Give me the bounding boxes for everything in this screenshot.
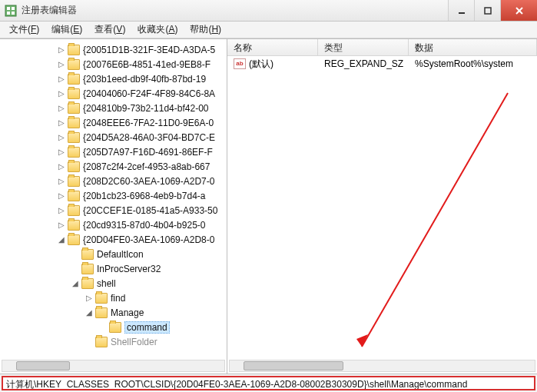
app-icon — [5, 5, 17, 17]
window-buttons — [448, 0, 537, 21]
tree-node-label: {20CCEF1E-0185-41a5-A933-50 — [83, 205, 217, 216]
tree-node-label: DefaultIcon — [97, 249, 144, 260]
svg-line-9 — [362, 93, 508, 347]
svg-rect-1 — [7, 7, 10, 10]
folder-icon — [68, 132, 80, 143]
folder-icon — [81, 278, 94, 289]
chevron-right-icon[interactable]: ▷ — [57, 45, 66, 54]
chevron-right-icon[interactable]: ▷ — [57, 162, 66, 171]
column-name[interactable]: 名称 — [227, 39, 318, 55]
tree-node-label: {20b1cb23-6968-4eb9-b7d4-a — [83, 191, 205, 201]
column-type[interactable]: 类型 — [318, 39, 409, 55]
tree-node[interactable]: ▷{204D5A28-46A0-3F04-BD7C-E — [0, 130, 227, 145]
tree-node-label: {20051D1B-321F-3E4D-A3DA-5 — [83, 45, 215, 55]
chevron-down-icon[interactable]: ◢ — [57, 235, 66, 244]
tree-node-label: {2087c2f4-2cef-4953-a8ab-667 — [83, 161, 210, 172]
tree-node[interactable]: ▷{20076E6B-4851-41ed-9EB8-F — [0, 57, 227, 71]
chevron-down-icon[interactable]: ◢ — [71, 279, 80, 287]
folder-icon — [68, 220, 80, 231]
statusbar: 计算机\HKEY_CLASSES_ROOT\CLSID\{20D04FE0-3A… — [0, 374, 537, 392]
chevron-down-icon[interactable]: ◢ — [85, 308, 94, 317]
chevron-right-icon[interactable]: ▷ — [57, 118, 66, 127]
tree-node-label: {205D7A97-F16D-4691-86EF-F — [83, 147, 213, 158]
folder-icon — [68, 176, 80, 187]
path-box[interactable]: 计算机\HKEY_CLASSES_ROOT\CLSID\{20D04FE0-3A… — [2, 376, 535, 390]
menu-file[interactable]: 文件(F) — [3, 22, 45, 38]
tree-node[interactable]: ▷{205D7A97-F16D-4691-86EF-F — [0, 145, 227, 159]
value-data: %SystemRoot%\system — [409, 58, 537, 69]
titlebar: 注册表编辑器 — [0, 0, 537, 22]
tree-node[interactable]: ▷{2048EEE6-7FA2-11D0-9E6A-0 — [0, 115, 227, 130]
tree-node[interactable]: ▷ShellFolder — [0, 334, 227, 349]
tree-node[interactable]: ▷{204810b9-73b2-11d4-bf42-00 — [0, 101, 227, 115]
maximize-button[interactable] — [474, 0, 500, 21]
svg-rect-2 — [12, 7, 15, 10]
content-area: ▷{20051D1B-321F-3E4D-A3DA-5▷{20076E6B-48… — [0, 38, 537, 374]
tree-node[interactable]: ▷{20404060-F24F-4F89-84C6-8A — [0, 86, 227, 101]
tree-node[interactable]: ▷{20b1cb23-6968-4eb9-b7d4-a — [0, 188, 227, 203]
menu-favorites[interactable]: 收藏夹(A) — [131, 22, 184, 38]
chevron-right-icon[interactable]: ▷ — [57, 104, 66, 112]
registry-tree[interactable]: ▷{20051D1B-321F-3E4D-A3DA-5▷{20076E6B-48… — [0, 39, 227, 349]
folder-icon — [109, 322, 121, 333]
window-title: 注册表编辑器 — [22, 4, 448, 17]
folder-icon — [95, 293, 108, 304]
list-hscrollbar[interactable] — [229, 360, 535, 372]
tree-node[interactable]: ▷{20051D1B-321F-3E4D-A3DA-5 — [0, 42, 227, 57]
chevron-right-icon[interactable]: ▷ — [57, 221, 66, 229]
svg-rect-3 — [7, 12, 10, 15]
tree-node-label: command — [124, 321, 170, 334]
svg-marker-10 — [356, 334, 368, 347]
folder-icon — [68, 88, 80, 99]
list-header: 名称 类型 数据 — [227, 39, 537, 56]
folder-icon — [68, 103, 80, 114]
tree-node[interactable]: ▷{2087c2f4-2cef-4953-a8ab-667 — [0, 159, 227, 174]
value-name: (默认) — [249, 58, 273, 71]
tree-node[interactable]: ▷find — [0, 291, 227, 305]
chevron-right-icon[interactable]: ▷ — [57, 177, 66, 185]
chevron-right-icon[interactable]: ▷ — [57, 148, 66, 156]
tree-node[interactable]: ◢{20D04FE0-3AEA-1069-A2D8-0 — [0, 232, 227, 247]
tree-node-label: find — [111, 293, 125, 304]
column-data[interactable]: 数据 — [409, 39, 537, 55]
tree-node[interactable]: ◢Manage — [0, 305, 227, 320]
tree-node-label: {20076E6B-4851-41ed-9EB8-F — [83, 59, 210, 70]
tree-hscrollbar[interactable] — [2, 360, 225, 372]
tree-node[interactable]: ▷{20CCEF1E-0185-41a5-A933-50 — [0, 203, 227, 218]
folder-icon — [68, 191, 80, 201]
tree-node[interactable]: ▷{203b1eed-db9f-40fb-87bd-19 — [0, 71, 227, 86]
tree-node[interactable]: ▷{208D2C60-3AEA-1069-A2D7-0 — [0, 174, 227, 188]
tree-node[interactable]: ◢shell — [0, 276, 227, 291]
svg-rect-6 — [485, 8, 491, 14]
menubar: 文件(F) 编辑(E) 查看(V) 收藏夹(A) 帮助(H) — [0, 22, 537, 38]
folder-icon — [68, 74, 80, 85]
chevron-right-icon[interactable]: ▷ — [57, 191, 66, 200]
tree-node[interactable]: ▷command — [0, 320, 227, 334]
minimize-button[interactable] — [448, 0, 474, 21]
chevron-right-icon[interactable]: ▷ — [57, 133, 66, 141]
tree-node-label: {20cd9315-87d0-4b04-b925-0 — [83, 220, 205, 231]
tree-node[interactable]: ▷DefaultIcon — [0, 247, 227, 261]
tree-node[interactable]: ▷InProcServer32 — [0, 261, 227, 276]
menu-help[interactable]: 帮助(H) — [184, 22, 227, 38]
folder-icon — [68, 59, 80, 70]
folder-icon — [68, 161, 80, 172]
tree-node[interactable]: ▷{20cd9315-87d0-4b04-b925-0 — [0, 218, 227, 232]
tree-pane[interactable]: ▷{20051D1B-321F-3E4D-A3DA-5▷{20076E6B-48… — [0, 39, 227, 374]
chevron-right-icon[interactable]: ▷ — [57, 75, 66, 83]
chevron-right-icon[interactable]: ▷ — [57, 60, 66, 68]
folder-icon — [81, 249, 94, 260]
folder-icon — [68, 118, 80, 128]
tree-node-label: {2048EEE6-7FA2-11D0-9E6A-0 — [83, 118, 214, 128]
chevron-right-icon[interactable]: ▷ — [57, 89, 66, 98]
chevron-right-icon[interactable]: ▷ — [85, 294, 94, 302]
menu-view[interactable]: 查看(V) — [88, 22, 131, 38]
svg-rect-4 — [12, 12, 15, 15]
folder-icon — [81, 264, 94, 274]
list-row[interactable]: ab (默认) REG_EXPAND_SZ %SystemRoot%\syste… — [227, 56, 537, 71]
chevron-right-icon[interactable]: ▷ — [57, 206, 66, 214]
close-button[interactable] — [500, 0, 537, 21]
value-type: REG_EXPAND_SZ — [318, 58, 409, 69]
tree-node-label: {204810b9-73b2-11d4-bf42-00 — [83, 103, 208, 114]
menu-edit[interactable]: 编辑(E) — [45, 22, 88, 38]
